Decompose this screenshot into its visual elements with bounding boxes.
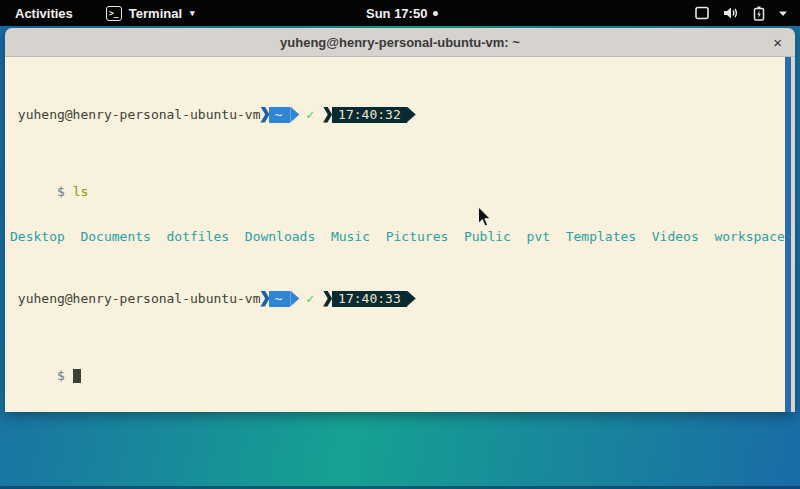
notification-dot	[433, 11, 438, 16]
status-check-icon: ✓	[306, 291, 314, 306]
typed-command: ls	[73, 184, 89, 199]
volume-icon	[723, 6, 740, 20]
powerline-arrow-icon	[407, 107, 416, 123]
powerline-separator-icon	[260, 291, 269, 307]
window-title: yuheng@henry-personal-ubuntu-vm: ~	[280, 35, 520, 50]
terminal-content[interactable]: yuheng@henry-personal-ubuntu-vm ~ ✓ 17:4…	[5, 57, 795, 412]
prompt-line: yuheng@henry-personal-ubuntu-vm ~ ✓ 17:4…	[10, 290, 779, 307]
command-line: $ls	[10, 169, 779, 184]
system-status-area[interactable]	[694, 6, 788, 21]
desktop: { "topbar": { "activities": "Activities"…	[0, 0, 800, 489]
top-bar: Activities >_ Terminal ▾ Sun 17:50	[0, 0, 800, 26]
powerline-arrow-icon	[290, 107, 299, 123]
prompt-user-host: yuheng@henry-personal-ubuntu-vm	[10, 291, 260, 306]
prompt-directory: ~	[269, 107, 290, 123]
prompt-directory: ~	[269, 291, 290, 307]
display-icon	[694, 6, 710, 20]
powerline-separator-icon	[323, 107, 332, 123]
clock-button[interactable]: Sun 17:50	[366, 0, 438, 26]
activities-button[interactable]: Activities	[10, 4, 78, 23]
close-icon[interactable]: ×	[773, 35, 782, 50]
battery-charging-icon	[753, 6, 765, 21]
window-titlebar[interactable]: yuheng@henry-personal-ubuntu-vm: ~ ×	[5, 28, 795, 57]
powerline-separator-icon	[323, 291, 332, 307]
ls-output-line: Desktop Documents dotfiles Downloads Mus…	[10, 229, 779, 244]
app-menu-label: Terminal	[129, 6, 182, 21]
powerline-arrow-icon	[290, 291, 299, 307]
scrollbar-thumb[interactable]	[785, 57, 791, 412]
terminal-window: yuheng@henry-personal-ubuntu-vm: ~ × yuh…	[5, 28, 795, 412]
text-cursor	[73, 369, 81, 383]
app-menu-terminal[interactable]: >_ Terminal ▾	[106, 6, 195, 21]
chevron-down-icon	[778, 10, 788, 17]
prompt-char: $	[57, 368, 65, 383]
powerline-arrow-icon	[407, 291, 416, 307]
powerline-separator-icon	[260, 107, 269, 123]
terminal-icon: >_	[106, 6, 122, 21]
input-line[interactable]: $	[10, 353, 779, 368]
chevron-down-icon: ▾	[190, 8, 195, 18]
status-check-icon: ✓	[306, 107, 314, 122]
prompt-line: yuheng@henry-personal-ubuntu-vm ~ ✓ 17:4…	[10, 106, 779, 123]
prompt-char: $	[57, 184, 65, 199]
prompt-timestamp: 17:40:32	[332, 107, 407, 123]
prompt-timestamp: 17:40:33	[332, 291, 407, 307]
prompt-user-host: yuheng@henry-personal-ubuntu-vm	[10, 107, 260, 122]
clock-label: Sun 17:50	[366, 6, 427, 21]
scrollbar[interactable]	[785, 57, 795, 412]
